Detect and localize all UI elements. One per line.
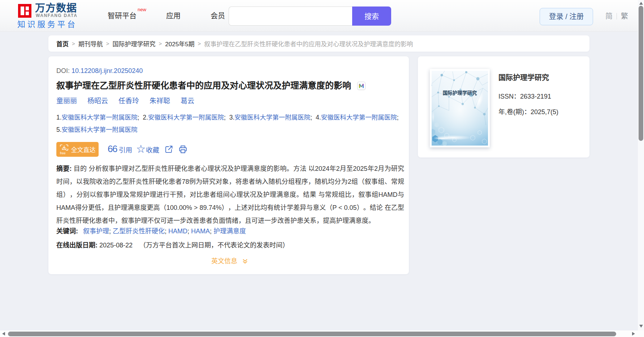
journal-issn-row: ISSN：2633-2191 (498, 92, 551, 100)
online-date-value: 2025-08-22 (99, 242, 133, 249)
online-date-label: 在线出版日期: (56, 242, 98, 249)
lang-simplified[interactable]: 简 (605, 12, 613, 20)
journal-issn-label: ISSN： (498, 93, 520, 100)
nav-new-badge: new (138, 7, 146, 12)
affiliation-separator: ; (138, 114, 141, 121)
journal-card: 国际护理学研究 国际护理学研究 ISSN：2633-2191 年,卷(期)：20… (418, 56, 589, 157)
keywords-row: 关键词:叙事护理; 乙型肝炎性肝硬化; HAMD; HAMA; 护理满意度 (56, 227, 403, 235)
lang-divider (617, 13, 617, 20)
online-date-row: 在线出版日期: 2025-08-22 （万方平台首次上网日期，不代表论文的发表时… (56, 241, 403, 249)
nav-item-member[interactable]: 会员 (211, 12, 225, 20)
brand-tagline: 知识服务平台 (17, 20, 77, 29)
print-button[interactable] (178, 145, 187, 154)
share-icon (164, 145, 173, 154)
keyword-link[interactable]: HAMA (191, 228, 210, 235)
brand-name-en: WANFANG DATA (36, 13, 77, 18)
online-date-note: （万方平台首次上网日期，不代表论文的发表时间） (139, 242, 289, 249)
author-link[interactable]: 童丽丽 (56, 97, 77, 105)
medline-badge-icon[interactable] (357, 82, 366, 90)
login-register-button[interactable]: 登录 / 注册 (540, 8, 593, 25)
author-link[interactable]: 任香玲 (118, 97, 139, 105)
article-title-row: 叙事护理在乙型肝炎性肝硬化患者中的应用及对心理状况及护理满意度的影响 (56, 79, 403, 92)
star-icon: ☆ (137, 145, 145, 153)
journal-volume-label: 年,卷(期)： (498, 108, 531, 116)
printer-icon (178, 145, 187, 154)
doi-link[interactable]: 10.12208/j.ijnr.20250240 (72, 67, 143, 74)
affiliation-separator: ; (310, 114, 314, 121)
author-link[interactable]: 朱祥聪 (150, 97, 170, 105)
fulltext-free-icon: free (60, 144, 69, 155)
affiliation-separator: ; (397, 114, 399, 121)
affiliation-link[interactable]: 安徽医科大学第一附属医院 (62, 114, 138, 121)
cite-label: 引用 (119, 145, 132, 154)
vertical-scrollbar-thumb[interactable] (639, 6, 643, 141)
journal-volume-value: 2025,7(5) (531, 108, 558, 116)
action-row: free 全文直达 66 引用 ☆ 收藏 (56, 142, 403, 157)
vertical-scrollbar[interactable] (638, 0, 644, 330)
keyword-link[interactable]: 乙型肝炎性肝硬化 (113, 228, 165, 235)
affiliation-link[interactable]: 安徽医科大学第一附属医院 (62, 126, 138, 133)
horizontal-scrollbar[interactable] (0, 330, 638, 337)
scroll-down-arrow-icon[interactable] (639, 325, 643, 328)
journal-cover-image: 国际护理学研究 (432, 71, 488, 146)
search-input[interactable] (229, 7, 352, 26)
horizontal-scrollbar-thumb[interactable] (8, 332, 616, 336)
affiliation-link[interactable]: 安徽医科大学第一附属医院 (321, 114, 397, 121)
share-button[interactable] (164, 145, 173, 154)
breadcrumb-separator: > (198, 40, 201, 47)
abstract-label: 摘要: (56, 165, 72, 172)
scroll-left-arrow-icon[interactable] (2, 332, 5, 336)
keyword-link[interactable]: HAMD (168, 228, 187, 235)
affiliation-link[interactable]: 安徽医科大学第一附属医院 (148, 114, 224, 121)
author-list: 童丽丽杨昭云任香玲朱祥聪葛云 (56, 97, 403, 105)
search-button[interactable]: 搜索 (352, 7, 391, 26)
journal-cover[interactable]: 国际护理学研究 (430, 69, 490, 147)
affiliation-index: 3. (229, 114, 235, 121)
favorite-button[interactable]: ☆ 收藏 (137, 145, 159, 154)
english-info-toggle[interactable]: 英文信息 (56, 257, 403, 265)
brand-name-cn[interactable]: 万方数据 (35, 3, 77, 14)
fulltext-button-label: 全文直达 (71, 145, 96, 154)
breadcrumb-item[interactable]: 国际护理学研究 (113, 39, 156, 48)
abstract-text: 目的 分析叙事护理对乙型肝炎性肝硬化患者心理状况及护理满意度的影响。方法 以20… (56, 165, 404, 224)
scrollbar-corner (638, 330, 644, 337)
affiliation-index: 5. (56, 126, 62, 133)
header: 万方数据 WANFANG DATA 知识服务平台 智研平台 new 应用 会员 … (0, 0, 638, 32)
double-chevron-down-icon (242, 258, 248, 264)
journal-name[interactable]: 国际护理学研究 (498, 73, 549, 82)
breadcrumb-item[interactable]: 首页 (56, 39, 69, 48)
breadcrumb-separator: > (106, 40, 109, 47)
scroll-right-arrow-icon[interactable] (632, 332, 635, 336)
lang-traditional[interactable]: 繁 (621, 12, 628, 20)
breadcrumb-item[interactable]: 2025年5期 (165, 39, 194, 48)
doi-row: DOI: 10.12208/j.ijnr.20250240 (56, 66, 403, 75)
doi-label: DOI: (56, 67, 70, 74)
affiliation-index: 1. (56, 114, 62, 121)
keyword-separator: ; (165, 228, 168, 235)
keyword-link[interactable]: 叙事护理 (83, 228, 109, 235)
cite-button[interactable]: 66 引用 (108, 145, 132, 154)
affiliation-list: 1.安徽医科大学第一附属医院; 2.安徽医科大学第一附属医院; 3.安徽医科大学… (56, 111, 401, 136)
author-link[interactable]: 杨昭云 (87, 97, 108, 105)
keyword-separator: ; (187, 228, 191, 235)
affiliation-index: 4. (316, 114, 321, 121)
breadcrumb-separator: > (159, 40, 162, 47)
fulltext-button[interactable]: free 全文直达 (56, 142, 99, 157)
fulltext-free-label: free (60, 151, 66, 155)
search-box: 搜索 (229, 7, 391, 26)
breadcrumb-separator: > (72, 40, 75, 47)
keyword-link[interactable]: 护理满意度 (213, 228, 246, 235)
affiliation-index: 2. (143, 114, 148, 121)
affiliation-link[interactable]: 安徽医科大学第一附属医院 (234, 114, 310, 121)
nav-item-zhiyan-platform[interactable]: 智研平台 (108, 12, 137, 20)
quote-icon: 66 (108, 145, 117, 152)
nav-item-apps[interactable]: 应用 (166, 12, 181, 20)
scroll-up-arrow-icon[interactable] (639, 2, 643, 5)
author-link[interactable]: 葛云 (181, 97, 194, 105)
affiliation-separator: ; (224, 114, 228, 121)
journal-issn-value: 2633-2191 (520, 93, 551, 100)
wanfang-logo-icon[interactable] (18, 4, 31, 18)
article-card: DOI: 10.12208/j.ijnr.20250240 叙事护理在乙型肝炎性… (48, 56, 409, 274)
article-title: 叙事护理在乙型肝炎性肝硬化患者中的应用及对心理状况及护理满意度的影响 (56, 79, 351, 92)
breadcrumb-item[interactable]: 期刊导航 (78, 39, 103, 48)
